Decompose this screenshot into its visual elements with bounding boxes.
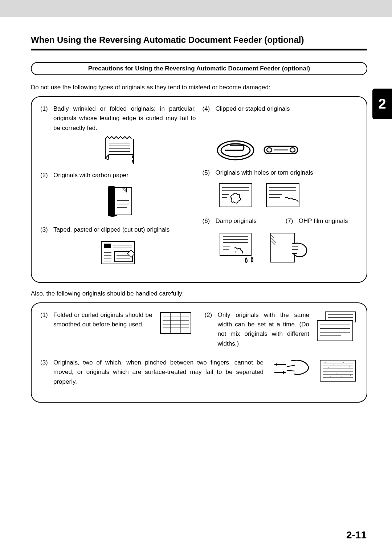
- list-item: (2) Originals with carbon paper: [40, 171, 196, 180]
- staple-icon: [263, 144, 299, 156]
- illustration-carbon: [40, 183, 196, 219]
- manual-page: When Using the Reversing Automatic Docum…: [0, 17, 392, 554]
- item-text: Taped, pasted or clipped (cut out) origi…: [53, 225, 196, 235]
- item-text: OHP film originals: [299, 216, 358, 226]
- item-number: (1): [40, 104, 50, 133]
- illustration-holes-torn: [216, 181, 358, 210]
- svg-point-83: [330, 376, 331, 377]
- svg-point-84: [341, 376, 342, 376]
- svg-marker-64: [274, 363, 277, 366]
- item-number: (6): [203, 216, 213, 226]
- item-text: Only originals with the same width can b…: [218, 310, 310, 349]
- wrinkled-paper-icon: [98, 136, 138, 164]
- list-item: (2) Only originals with the same width c…: [205, 310, 310, 349]
- item-number: (3): [40, 225, 50, 235]
- item-number: (2): [205, 310, 215, 349]
- item-text: Damp originals: [216, 216, 275, 226]
- box2-item-3: (3) Originals, two of which, when pinche…: [40, 358, 358, 389]
- box1-left-col: (1) Badly wrinkled or folded originals; …: [40, 104, 196, 274]
- illustration-taped: [40, 238, 196, 268]
- svg-point-74: [325, 362, 326, 363]
- item-number: (5): [203, 168, 213, 178]
- illustration-damp-ohp: [216, 231, 358, 264]
- svg-rect-9: [104, 244, 111, 248]
- intro-text-2: Also, the following originals should be …: [31, 290, 367, 297]
- item-number: (2): [40, 171, 50, 180]
- item-text: Originals with holes or torn originals: [216, 168, 358, 178]
- damp-paper-icon: [216, 231, 259, 264]
- list-item: (1) Badly wrinkled or folded originals; …: [40, 104, 196, 133]
- svg-point-78: [339, 368, 339, 368]
- svg-rect-42: [271, 233, 295, 262]
- item-number: (3): [40, 358, 50, 387]
- pinch-hand-icon: [271, 358, 311, 380]
- svg-point-82: [346, 371, 347, 371]
- illustration-wrinkled: [40, 136, 196, 164]
- svg-point-22: [267, 148, 272, 152]
- chapter-tab: 2: [372, 89, 392, 119]
- mixed-width-icon: [314, 310, 358, 342]
- list-item: (1) Folded or curled originals should be…: [40, 310, 152, 349]
- item-text: Originals with carbon paper: [53, 171, 196, 180]
- svg-marker-66: [283, 371, 286, 374]
- svg-point-85: [350, 375, 351, 376]
- svg-point-77: [328, 367, 329, 368]
- box1-right-col: (4) Clipped or stapled originals: [203, 104, 358, 274]
- coated-paper-icon: [318, 358, 358, 383]
- svg-rect-56: [317, 321, 353, 341]
- svg-point-76: [343, 362, 344, 363]
- list-item: (7) OHP film originals: [286, 216, 358, 226]
- list-item: (3) Taped, pasted or clipped (cut out) o…: [40, 225, 196, 235]
- ohp-film-icon: [266, 231, 310, 264]
- torn-paper-icon: [263, 181, 303, 210]
- list-item: (4) Clipped or stapled originals: [203, 104, 358, 114]
- section-pill: Precautions for Using the Reversing Auto…: [31, 62, 367, 75]
- folded-originals-icon: [158, 310, 194, 336]
- svg-point-23: [290, 148, 295, 152]
- svg-point-41: [234, 252, 236, 253]
- paperclip-large-icon: [216, 139, 256, 162]
- precautions-box-1: (1) Badly wrinkled or folded originals; …: [31, 96, 367, 283]
- svg-rect-4: [114, 187, 132, 215]
- precautions-box-2: (1) Folded or curled originals should be…: [31, 302, 367, 403]
- item-text: Clipped or stapled originals: [216, 104, 358, 114]
- page-number: 2-11: [346, 529, 367, 541]
- intro-text-1: Do not use the following types of origin…: [31, 84, 367, 91]
- list-item: (3) Originals, two of which, when pinche…: [40, 358, 264, 387]
- svg-point-80: [326, 372, 326, 373]
- svg-point-81: [336, 373, 336, 374]
- taped-paper-icon: [96, 238, 140, 268]
- item-text: Originals, two of which, when pinched be…: [53, 358, 264, 387]
- item-number: (4): [203, 104, 213, 114]
- svg-rect-67: [320, 360, 356, 381]
- holes-paper-icon: [216, 181, 256, 210]
- box2-item-2: (2) Only originals with the same width c…: [205, 310, 358, 351]
- item-number: (1): [40, 310, 50, 349]
- svg-point-75: [334, 364, 334, 365]
- page-title: When Using the Reversing Automatic Docum…: [31, 35, 367, 45]
- item-text: Folded or curled originals should be smo…: [53, 310, 152, 349]
- illustration-clipped: [216, 139, 358, 162]
- title-rule: [31, 49, 367, 50]
- item-number: (7): [286, 216, 296, 226]
- svg-point-79: [349, 366, 350, 367]
- item-text: Badly wrinkled or folded originals; in p…: [53, 104, 196, 133]
- carbon-paper-icon: [100, 183, 136, 219]
- list-item: (6) Damp originals: [203, 216, 275, 226]
- svg-rect-46: [160, 313, 191, 334]
- box2-item-1: (1) Folded or curled originals should be…: [40, 310, 194, 351]
- list-item: (5) Originals with holes or torn origina…: [203, 168, 358, 178]
